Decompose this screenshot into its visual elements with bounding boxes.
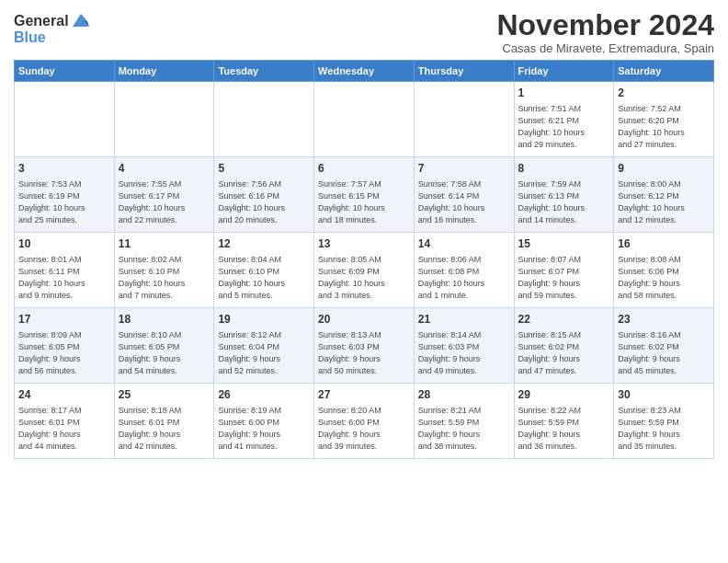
table-cell bbox=[214, 82, 314, 157]
table-cell bbox=[114, 82, 214, 157]
weekday-header-row: Sunday Monday Tuesday Wednesday Thursday… bbox=[15, 61, 714, 82]
table-cell: 7Sunrise: 7:58 AM Sunset: 6:14 PM Daylig… bbox=[414, 157, 514, 233]
day-number: 8 bbox=[518, 161, 610, 177]
table-cell: 12Sunrise: 8:04 AM Sunset: 6:10 PM Dayli… bbox=[214, 233, 314, 308]
day-info: Sunrise: 8:09 AM Sunset: 6:05 PM Dayligh… bbox=[18, 329, 110, 377]
header-saturday: Saturday bbox=[614, 61, 714, 82]
day-number: 4 bbox=[119, 161, 210, 177]
day-number: 6 bbox=[318, 161, 410, 177]
day-number: 7 bbox=[418, 161, 510, 177]
day-info: Sunrise: 8:08 AM Sunset: 6:06 PM Dayligh… bbox=[618, 254, 710, 302]
day-number: 29 bbox=[518, 387, 610, 403]
svg-marker-0 bbox=[73, 14, 89, 27]
day-info: Sunrise: 8:16 AM Sunset: 6:02 PM Dayligh… bbox=[618, 329, 710, 377]
day-number: 10 bbox=[18, 236, 110, 252]
logo-blue: Blue bbox=[14, 29, 91, 46]
day-info: Sunrise: 8:00 AM Sunset: 6:12 PM Dayligh… bbox=[618, 178, 710, 226]
table-cell: 28Sunrise: 8:21 AM Sunset: 5:59 PM Dayli… bbox=[414, 384, 514, 459]
day-number: 11 bbox=[119, 236, 210, 252]
day-info: Sunrise: 7:52 AM Sunset: 6:20 PM Dayligh… bbox=[618, 103, 710, 151]
month-title: November 2024 bbox=[496, 9, 714, 41]
day-number: 20 bbox=[318, 312, 410, 327]
day-info: Sunrise: 8:02 AM Sunset: 6:10 PM Dayligh… bbox=[119, 254, 210, 302]
day-info: Sunrise: 8:20 AM Sunset: 6:00 PM Dayligh… bbox=[318, 405, 410, 453]
day-number: 27 bbox=[318, 387, 410, 403]
day-info: Sunrise: 8:21 AM Sunset: 5:59 PM Dayligh… bbox=[418, 405, 510, 453]
day-number: 28 bbox=[418, 387, 510, 403]
table-cell: 4Sunrise: 7:55 AM Sunset: 6:17 PM Daylig… bbox=[114, 157, 214, 233]
day-number: 13 bbox=[318, 236, 410, 252]
day-info: Sunrise: 8:07 AM Sunset: 6:07 PM Dayligh… bbox=[518, 254, 610, 302]
day-info: Sunrise: 8:01 AM Sunset: 6:11 PM Dayligh… bbox=[18, 254, 110, 302]
day-info: Sunrise: 8:17 AM Sunset: 6:01 PM Dayligh… bbox=[18, 405, 110, 453]
table-cell: 13Sunrise: 8:05 AM Sunset: 6:09 PM Dayli… bbox=[314, 233, 415, 308]
day-info: Sunrise: 8:19 AM Sunset: 6:00 PM Dayligh… bbox=[218, 405, 310, 453]
week-row-5: 24Sunrise: 8:17 AM Sunset: 6:01 PM Dayli… bbox=[15, 384, 714, 459]
table-cell bbox=[314, 82, 415, 157]
day-number: 14 bbox=[418, 236, 510, 252]
calendar-table: Sunday Monday Tuesday Wednesday Thursday… bbox=[14, 60, 714, 459]
day-info: Sunrise: 7:56 AM Sunset: 6:16 PM Dayligh… bbox=[218, 178, 310, 226]
day-number: 30 bbox=[618, 387, 710, 403]
logo-general: General bbox=[14, 13, 69, 29]
day-info: Sunrise: 8:12 AM Sunset: 6:04 PM Dayligh… bbox=[218, 329, 310, 377]
table-cell: 23Sunrise: 8:16 AM Sunset: 6:02 PM Dayli… bbox=[614, 308, 714, 384]
table-cell: 8Sunrise: 7:59 AM Sunset: 6:13 PM Daylig… bbox=[514, 157, 614, 233]
header-wednesday: Wednesday bbox=[314, 61, 415, 82]
day-number: 24 bbox=[18, 387, 110, 403]
table-cell: 19Sunrise: 8:12 AM Sunset: 6:04 PM Dayli… bbox=[214, 308, 314, 384]
page-container: General Blue November 2024 Casas de Mira… bbox=[0, 0, 728, 464]
table-cell: 24Sunrise: 8:17 AM Sunset: 6:01 PM Dayli… bbox=[15, 384, 115, 459]
day-number: 18 bbox=[119, 312, 210, 327]
table-cell: 20Sunrise: 8:13 AM Sunset: 6:03 PM Dayli… bbox=[314, 308, 415, 384]
day-info: Sunrise: 8:10 AM Sunset: 6:05 PM Dayligh… bbox=[119, 329, 210, 377]
table-cell: 21Sunrise: 8:14 AM Sunset: 6:03 PM Dayli… bbox=[414, 308, 514, 384]
table-cell: 2Sunrise: 7:52 AM Sunset: 6:20 PM Daylig… bbox=[614, 82, 714, 157]
table-cell: 6Sunrise: 7:57 AM Sunset: 6:15 PM Daylig… bbox=[314, 157, 415, 233]
day-number: 26 bbox=[218, 387, 310, 403]
header-monday: Monday bbox=[114, 61, 214, 82]
week-row-2: 3Sunrise: 7:53 AM Sunset: 6:19 PM Daylig… bbox=[15, 157, 714, 233]
day-info: Sunrise: 8:15 AM Sunset: 6:02 PM Dayligh… bbox=[518, 329, 610, 377]
day-info: Sunrise: 8:18 AM Sunset: 6:01 PM Dayligh… bbox=[119, 405, 210, 453]
table-cell: 5Sunrise: 7:56 AM Sunset: 6:16 PM Daylig… bbox=[214, 157, 314, 233]
table-cell: 14Sunrise: 8:06 AM Sunset: 6:08 PM Dayli… bbox=[414, 233, 514, 308]
logo: General Blue bbox=[14, 13, 91, 45]
week-row-1: 1Sunrise: 7:51 AM Sunset: 6:21 PM Daylig… bbox=[15, 82, 714, 157]
day-number: 2 bbox=[618, 86, 710, 101]
day-info: Sunrise: 7:55 AM Sunset: 6:17 PM Dayligh… bbox=[119, 178, 210, 226]
title-section: November 2024 Casas de Miravete, Extrema… bbox=[496, 9, 714, 55]
header-tuesday: Tuesday bbox=[214, 61, 314, 82]
day-number: 21 bbox=[418, 312, 510, 327]
table-cell bbox=[15, 82, 115, 157]
header-sunday: Sunday bbox=[15, 61, 115, 82]
table-cell: 30Sunrise: 8:23 AM Sunset: 5:59 PM Dayli… bbox=[614, 384, 714, 459]
day-info: Sunrise: 7:57 AM Sunset: 6:15 PM Dayligh… bbox=[318, 178, 410, 226]
day-info: Sunrise: 7:58 AM Sunset: 6:14 PM Dayligh… bbox=[418, 178, 510, 226]
table-cell: 3Sunrise: 7:53 AM Sunset: 6:19 PM Daylig… bbox=[15, 157, 115, 233]
table-cell: 18Sunrise: 8:10 AM Sunset: 6:05 PM Dayli… bbox=[114, 308, 214, 384]
day-info: Sunrise: 8:06 AM Sunset: 6:08 PM Dayligh… bbox=[418, 254, 510, 302]
table-cell: 26Sunrise: 8:19 AM Sunset: 6:00 PM Dayli… bbox=[214, 384, 314, 459]
day-number: 16 bbox=[618, 236, 710, 252]
table-cell: 29Sunrise: 8:22 AM Sunset: 5:59 PM Dayli… bbox=[514, 384, 614, 459]
day-number: 3 bbox=[18, 161, 110, 177]
logo-icon bbox=[71, 12, 91, 29]
day-number: 17 bbox=[18, 312, 110, 327]
header: General Blue November 2024 Casas de Mira… bbox=[14, 9, 714, 55]
day-number: 25 bbox=[119, 387, 210, 403]
table-cell: 1Sunrise: 7:51 AM Sunset: 6:21 PM Daylig… bbox=[514, 82, 614, 157]
day-info: Sunrise: 7:51 AM Sunset: 6:21 PM Dayligh… bbox=[518, 103, 610, 151]
day-info: Sunrise: 8:14 AM Sunset: 6:03 PM Dayligh… bbox=[418, 329, 510, 377]
day-number: 5 bbox=[218, 161, 310, 177]
week-row-3: 10Sunrise: 8:01 AM Sunset: 6:11 PM Dayli… bbox=[15, 233, 714, 308]
table-cell: 22Sunrise: 8:15 AM Sunset: 6:02 PM Dayli… bbox=[514, 308, 614, 384]
day-info: Sunrise: 7:59 AM Sunset: 6:13 PM Dayligh… bbox=[518, 178, 610, 226]
header-thursday: Thursday bbox=[414, 61, 514, 82]
day-number: 9 bbox=[618, 161, 710, 177]
day-number: 1 bbox=[518, 86, 610, 101]
day-number: 22 bbox=[518, 312, 610, 327]
table-cell: 10Sunrise: 8:01 AM Sunset: 6:11 PM Dayli… bbox=[15, 233, 115, 308]
header-friday: Friday bbox=[514, 61, 614, 82]
location-subtitle: Casas de Miravete, Extremadura, Spain bbox=[496, 41, 714, 55]
